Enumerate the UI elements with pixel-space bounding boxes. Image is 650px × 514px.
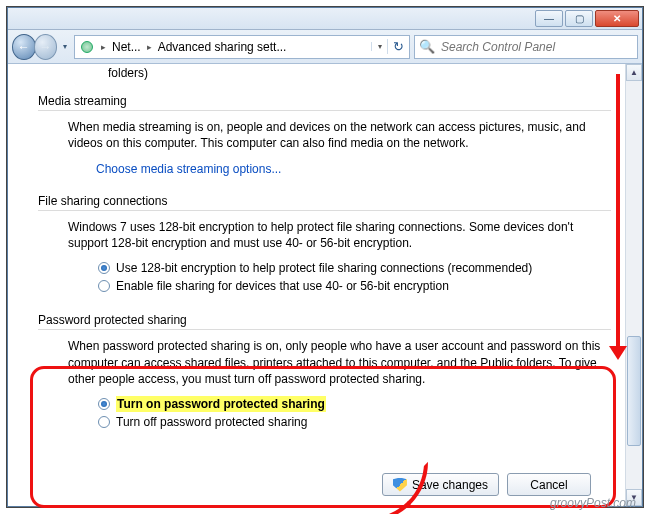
address-bar[interactable]: ▸ Net... ▸ Advanced sharing sett... ▾ ↻ bbox=[74, 35, 410, 59]
divider bbox=[38, 329, 611, 330]
vertical-scrollbar[interactable]: ▲ ▼ bbox=[625, 64, 642, 506]
save-changes-button[interactable]: Save changes bbox=[382, 473, 499, 496]
section-body-password: When password protected sharing is on, o… bbox=[38, 338, 611, 435]
search-box[interactable]: 🔍 bbox=[414, 35, 638, 59]
forward-button[interactable]: → bbox=[34, 34, 58, 60]
chevron-right-icon[interactable]: ▸ bbox=[145, 42, 154, 52]
nav-bar: ← → ▾ ▸ Net... ▸ Advanced sharing sett..… bbox=[8, 30, 642, 64]
radio-label-password-on: Turn on password protected sharing bbox=[116, 396, 326, 412]
radio-label-password-off: Turn off password protected sharing bbox=[116, 414, 307, 430]
radio-icon bbox=[98, 280, 110, 292]
scroll-track[interactable] bbox=[626, 81, 642, 489]
refresh-button[interactable]: ↻ bbox=[387, 39, 409, 54]
save-label: Save changes bbox=[412, 478, 488, 492]
minimize-button[interactable]: — bbox=[535, 10, 563, 27]
shield-icon bbox=[393, 478, 407, 492]
close-button[interactable]: ✕ bbox=[595, 10, 639, 27]
maximize-button[interactable]: ▢ bbox=[565, 10, 593, 27]
section-title-filesharing: File sharing connections bbox=[38, 194, 611, 208]
media-streaming-link[interactable]: Choose media streaming options... bbox=[96, 162, 281, 176]
nav-arrows: ← → ▾ bbox=[12, 33, 70, 61]
radio-label-128bit: Use 128-bit encryption to help protect f… bbox=[116, 260, 532, 276]
prev-section-trailing-text: folders) bbox=[38, 64, 611, 80]
divider bbox=[38, 210, 611, 211]
title-bar: — ▢ ✕ bbox=[8, 8, 642, 30]
radio-row-password-on[interactable]: Turn on password protected sharing bbox=[98, 395, 605, 413]
radio-label-4056bit: Enable file sharing for devices that use… bbox=[116, 278, 449, 294]
section-title-password: Password protected sharing bbox=[38, 313, 611, 327]
chevron-right-icon[interactable]: ▸ bbox=[99, 42, 108, 52]
radio-icon bbox=[98, 262, 110, 274]
nav-history-dropdown[interactable]: ▾ bbox=[59, 37, 70, 57]
radio-icon bbox=[98, 416, 110, 428]
section-body-media: When media streaming is on, people and d… bbox=[38, 119, 611, 180]
filesharing-description: Windows 7 uses 128-bit encryption to hel… bbox=[68, 219, 605, 251]
radio-icon bbox=[98, 398, 110, 410]
radio-row-4056bit[interactable]: Enable file sharing for devices that use… bbox=[98, 277, 605, 295]
radio-row-password-off[interactable]: Turn off password protected sharing bbox=[98, 413, 605, 431]
window-frame: — ▢ ✕ ← → ▾ ▸ Net... ▸ Advanced sharing … bbox=[7, 7, 643, 507]
radio-row-128bit[interactable]: Use 128-bit encryption to help protect f… bbox=[98, 259, 605, 277]
address-dropdown[interactable]: ▾ bbox=[371, 42, 387, 51]
section-body-filesharing: Windows 7 uses 128-bit encryption to hel… bbox=[38, 219, 611, 300]
back-button[interactable]: ← bbox=[12, 34, 36, 60]
network-icon bbox=[75, 36, 99, 58]
password-description: When password protected sharing is on, o… bbox=[68, 338, 605, 387]
breadcrumb-root[interactable]: Net... bbox=[108, 36, 145, 58]
content-pane: folders) Media streaming When media stre… bbox=[8, 64, 625, 506]
divider bbox=[38, 110, 611, 111]
media-description: When media streaming is on, people and d… bbox=[68, 119, 605, 151]
search-input[interactable] bbox=[439, 39, 633, 55]
cancel-button[interactable]: Cancel bbox=[507, 473, 591, 496]
watermark: groovyPost.com bbox=[550, 496, 636, 510]
scroll-thumb[interactable] bbox=[627, 336, 641, 446]
breadcrumb-current[interactable]: Advanced sharing sett... bbox=[154, 36, 371, 58]
scroll-up-button[interactable]: ▲ bbox=[626, 64, 642, 81]
section-title-media: Media streaming bbox=[38, 94, 611, 108]
search-icon: 🔍 bbox=[419, 39, 435, 54]
button-bar: Save changes Cancel bbox=[382, 473, 591, 496]
